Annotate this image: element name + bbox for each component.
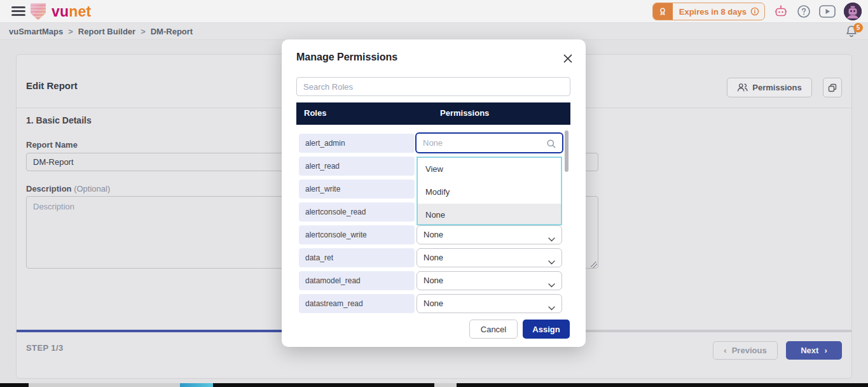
chevron-down-icon	[548, 256, 555, 267]
role-name-cell: alert_write	[299, 179, 415, 199]
combobox-placeholder: None	[423, 138, 443, 148]
table-scrollbar[interactable]	[565, 130, 568, 172]
table-header: Roles Permissions	[296, 102, 570, 125]
search-icon	[546, 139, 556, 151]
permission-option[interactable]: View	[418, 158, 561, 181]
permission-select[interactable]: None	[417, 271, 562, 290]
permission-select-value: None	[424, 299, 443, 308]
permission-option[interactable]: None	[418, 204, 561, 225]
role-name-cell: datastream_read	[299, 294, 415, 313]
role-name-cell: data_ret	[299, 248, 415, 267]
permission-select-value: None	[424, 276, 443, 285]
assign-button[interactable]: Assign	[523, 320, 570, 339]
table-row: datamodel_read None	[296, 271, 570, 290]
permission-select-value: None	[424, 230, 443, 239]
role-name-cell: alert_read	[299, 157, 415, 176]
role-name-cell: alert_admin	[299, 134, 415, 153]
role-name-cell: alertconsole_write	[299, 225, 415, 244]
permission-combobox[interactable]: None	[415, 132, 563, 153]
permission-select[interactable]: None	[417, 248, 562, 267]
permission-select[interactable]: None	[417, 294, 562, 313]
modal-footer: Cancel Assign	[282, 320, 586, 339]
modal-title: Manage Permissions	[296, 52, 397, 63]
chevron-down-icon	[548, 279, 555, 290]
role-name-cell: alertconsole_read	[299, 202, 415, 222]
chevron-down-icon	[548, 233, 555, 244]
search-roles-input[interactable]	[296, 77, 570, 96]
role-name-cell: datamodel_read	[299, 271, 415, 290]
permission-option[interactable]: Modify	[418, 181, 561, 204]
chevron-down-icon	[548, 302, 555, 313]
permission-select-value: None	[424, 253, 443, 262]
permission-select[interactable]: None	[417, 225, 562, 244]
manage-permissions-modal: Manage Permissions Roles Permissions ale…	[282, 39, 586, 347]
table-row: alertconsole_write None	[296, 225, 570, 244]
table-row: data_ret None	[296, 248, 570, 267]
screen: vunet Expires in 8 days	[0, 0, 868, 387]
permission-options-menu: View Modify None	[417, 157, 562, 225]
close-icon[interactable]	[562, 53, 574, 64]
column-header-permissions: Permissions	[440, 108, 489, 118]
cancel-button[interactable]: Cancel	[469, 320, 518, 339]
table-row: datastream_read None	[296, 294, 570, 313]
column-header-roles: Roles	[304, 108, 326, 118]
